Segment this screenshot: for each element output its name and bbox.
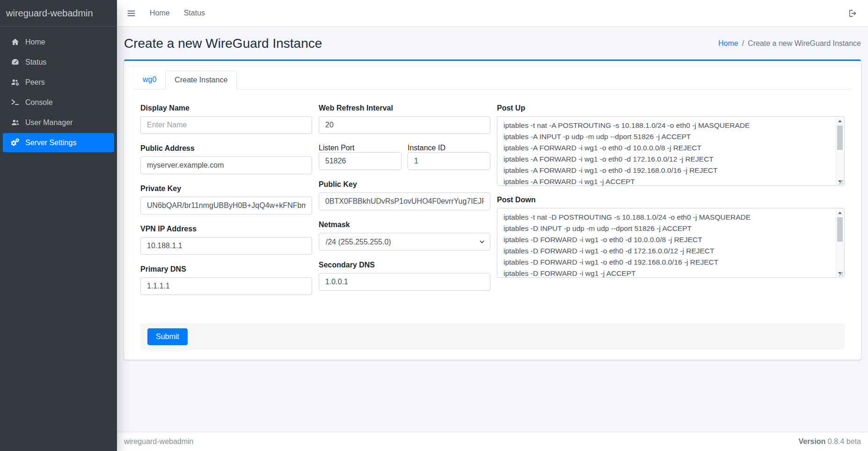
footer-version-label: Version	[799, 437, 826, 445]
post-up-scrollbar[interactable]	[836, 117, 844, 185]
instance-id-input[interactable]	[408, 152, 490, 170]
brand-link[interactable]: wireguard-webadmin	[0, 0, 117, 27]
page-title: Create a new WireGuard Instance	[124, 36, 322, 51]
vpn-ip-label: VPN IP Address	[140, 224, 312, 233]
submit-button[interactable]: Submit	[147, 328, 188, 345]
main-area: Home Status Create a new WireGuard Insta…	[117, 0, 868, 451]
listen-port-label: Listen Port	[319, 144, 354, 152]
submit-bar: Submit	[140, 324, 845, 350]
create-instance-pane: Display Name Public Address Private Key	[134, 89, 851, 350]
public-address-label: Public Address	[140, 144, 312, 153]
public-key-input[interactable]	[319, 192, 490, 210]
scrollbar-thumb[interactable]	[837, 217, 843, 242]
terminal-icon	[9, 98, 21, 107]
sidebar-toggle-button[interactable]	[126, 8, 136, 18]
public-address-input[interactable]	[140, 156, 312, 174]
post-up-label: Post Up	[497, 104, 845, 112]
sidebar-menu: Home Status	[0, 27, 117, 152]
public-key-label: Public Key	[319, 180, 490, 189]
top-navbar: Home Status	[117, 0, 868, 27]
sidebar-item-peers[interactable]: Peers	[3, 73, 114, 92]
breadcrumb-current: Create a new WireGuard Instance	[748, 39, 861, 48]
sidebar-item-server-settings[interactable]: Server Settings	[3, 133, 114, 152]
netmask-label: Netmask	[319, 220, 490, 229]
private-key-label: Private Key	[140, 184, 312, 193]
app-layout: wireguard-webadmin Home Status	[0, 0, 868, 451]
breadcrumb-separator: /	[742, 39, 744, 48]
netmask-select[interactable]: /24 (255.255.255.0)	[319, 233, 490, 251]
page-footer: wireguard-webadmin Version 0.8.4 beta	[117, 432, 868, 451]
sidebar-item-label: Console	[25, 97, 53, 107]
sidebar-item-label: Server Settings	[25, 138, 76, 148]
breadcrumb: Home / Create a new WireGuard Instance	[718, 39, 861, 48]
private-key-input[interactable]	[140, 197, 312, 214]
footer-version-value: 0.8.4 beta	[828, 437, 861, 445]
scroll-up-arrow[interactable]	[836, 209, 844, 216]
sidebar-item-label: Home	[25, 37, 45, 47]
secondary-dns-label: Secondary DNS	[319, 260, 490, 269]
primary-dns-label: Primary DNS	[140, 265, 312, 274]
content-header: Create a new WireGuard Instance Home / C…	[117, 27, 868, 56]
content: Create a new WireGuard Instance Home / C…	[117, 27, 868, 432]
post-down-textarea[interactable]: iptables -t nat -D POSTROUTING -s 10.188…	[497, 208, 845, 278]
sidebar-item-label: Peers	[25, 77, 45, 87]
users-icon	[9, 118, 21, 127]
tachometer-icon	[9, 58, 21, 67]
brand-text: wireguard-webadmin	[6, 8, 93, 19]
sidebar-item-console[interactable]: Console	[3, 93, 114, 112]
tab-wg0[interactable]: wg0	[134, 71, 165, 89]
post-up-content: iptables -t nat -A POSTROUTING -s 10.188…	[497, 117, 844, 185]
users-gear-icon	[9, 78, 21, 87]
display-name-label: Display Name	[140, 104, 312, 112]
web-refresh-interval-label: Web Refresh Interval	[319, 104, 490, 112]
post-down-scrollbar[interactable]	[836, 209, 844, 277]
sign-out-icon	[847, 8, 857, 18]
post-up-textarea[interactable]: iptables -t nat -A POSTROUTING -s 10.188…	[497, 116, 845, 186]
sidebar-item-user-manager[interactable]: User Manager	[3, 113, 114, 132]
breadcrumb-home-link[interactable]: Home	[718, 39, 738, 48]
tab-create-instance[interactable]: Create Instance	[165, 71, 237, 89]
listen-port-input[interactable]	[319, 152, 401, 170]
post-down-label: Post Down	[497, 195, 845, 204]
post-down-content: iptables -t nat -D POSTROUTING -s 10.188…	[497, 208, 844, 277]
sidebar-item-home[interactable]: Home	[3, 32, 114, 52]
scroll-up-arrow[interactable]	[836, 117, 844, 125]
navbar-link-status[interactable]: Status	[177, 5, 212, 21]
instance-card: wg0 Create Instance Display Name	[124, 59, 861, 360]
home-icon	[9, 37, 21, 46]
navbar-link-home[interactable]: Home	[143, 5, 177, 21]
instance-id-label: Instance ID	[408, 144, 445, 152]
scrollbar-thumb[interactable]	[837, 126, 843, 150]
instance-tabs: wg0 Create Instance	[134, 71, 851, 89]
vpn-ip-input[interactable]	[140, 237, 312, 255]
sidebar: wireguard-webadmin Home Status	[0, 0, 117, 451]
sidebar-item-status[interactable]: Status	[3, 52, 114, 72]
primary-dns-input[interactable]	[140, 277, 312, 295]
display-name-input[interactable]	[140, 116, 312, 134]
hamburger-icon	[126, 8, 136, 18]
sidebar-item-label: Status	[25, 57, 46, 67]
secondary-dns-input[interactable]	[319, 273, 490, 291]
footer-version: Version 0.8.4 beta	[799, 437, 861, 446]
logout-button[interactable]	[847, 8, 857, 18]
web-refresh-interval-input[interactable]	[319, 116, 490, 134]
sidebar-item-label: User Manager	[25, 118, 73, 127]
footer-brand: wireguard-webadmin	[124, 437, 194, 446]
gears-icon	[9, 138, 21, 147]
